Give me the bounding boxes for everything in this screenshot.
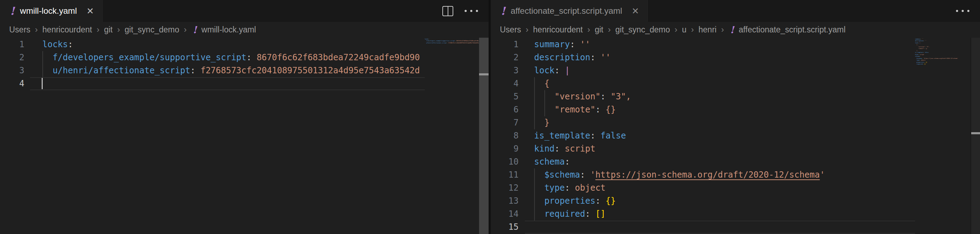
code-token: f2768573cfc204108975501312a4d95e7543a635… (200, 66, 420, 76)
code-token: : (590, 52, 595, 62)
code-token (534, 196, 544, 206)
code-line[interactable]: schema: (534, 155, 570, 168)
breadcrumb-item[interactable]: henri (698, 25, 717, 35)
code-editor-left[interactable]: 1locks:2 f/developers_example/supportive… (0, 37, 488, 234)
code-token (196, 66, 200, 76)
line-number: 4 (0, 77, 24, 90)
code-token: ' (820, 170, 825, 180)
code-token: required (544, 209, 585, 219)
code-token: object (570, 183, 605, 193)
tab-bar-right: ! affectionate_script.script.yaml ✕ (491, 0, 980, 22)
code-token: f/developers_example/supportive_script (52, 52, 247, 62)
code-line-row: 1locks: (0, 38, 488, 51)
code-line-row: 4 { (491, 77, 980, 90)
editor-group-left: ! wmill-lock.yaml ✕ Users › henricourden… (0, 0, 488, 234)
code-token (534, 209, 544, 219)
line-number: 12 (491, 182, 519, 194)
code-line[interactable]: is_template: false (534, 129, 626, 142)
code-line[interactable]: } (534, 116, 549, 129)
code-line[interactable]: lock: | (534, 64, 570, 77)
minimap[interactable]: summary: ''description: ''lock: | { "ver… (915, 38, 969, 234)
code-line[interactable]: f/developers_example/supportive_script: … (42, 51, 420, 64)
yaml-warning-icon: ! (501, 6, 506, 17)
breadcrumb-item[interactable]: git (595, 25, 603, 35)
breadcrumb-item[interactable]: git (104, 25, 113, 35)
indent-guide (534, 182, 535, 194)
code-editor-right[interactable]: 1summary: ''2description: ''3lock: |4 {5… (491, 37, 980, 234)
code-line[interactable]: description: '' (534, 51, 611, 64)
tab-bar-actions-right (956, 0, 980, 22)
code-token: $schema (544, 170, 580, 180)
split-editor-icon[interactable] (442, 6, 453, 16)
code-token: ' (590, 170, 595, 180)
code-token: "remote" (534, 105, 595, 115)
code-line[interactable]: $schema: 'https://json-schema.org/draft/… (534, 168, 825, 182)
overview-cursor-mark (971, 132, 980, 134)
code-token: [] (595, 209, 605, 219)
breadcrumb-item[interactable]: henricourdent (533, 25, 583, 35)
code-line[interactable]: kind: script (534, 142, 595, 155)
code-token: : (555, 66, 560, 76)
chevron-right-icon: › (184, 25, 187, 35)
line-number: 2 (0, 51, 24, 64)
code-line-row: 8is_template: false (491, 129, 980, 142)
code-token: '' (595, 52, 610, 62)
code-line[interactable]: locks: (42, 38, 73, 51)
breadcrumb-file[interactable]: affectionate_script.script.yaml (739, 25, 846, 35)
tab-wmill-lock[interactable]: ! wmill-lock.yaml ✕ (0, 0, 103, 22)
code-line-row: 11 $schema: 'https://json-schema.org/dra… (491, 168, 980, 182)
code-line[interactable]: required: [] (534, 207, 605, 221)
more-actions-icon[interactable] (956, 10, 969, 12)
breadcrumb-item[interactable]: Users (500, 25, 521, 35)
tab-affectionate-script[interactable]: ! affectionate_script.script.yaml ✕ (491, 0, 648, 22)
code-token: : (590, 131, 595, 141)
breadcrumb-file[interactable]: wmill-lock.yaml (202, 25, 256, 35)
tab-label: affectionate_script.script.yaml (511, 6, 622, 16)
code-token: locks (42, 40, 68, 49)
code-line[interactable]: type: object (534, 182, 605, 194)
code-token (534, 79, 544, 89)
code-line-row: 2description: '' (491, 51, 980, 64)
minimap-content: locks: f/developers_example/supportive_s… (425, 38, 479, 46)
indent-guide (534, 103, 535, 116)
code-line[interactable]: { (534, 77, 549, 90)
code-token (560, 66, 565, 76)
chevron-right-icon: › (117, 25, 120, 35)
code-line[interactable]: "version": "3", (534, 90, 631, 103)
code-line[interactable]: properties: {} (534, 194, 616, 207)
code-token: script (560, 144, 595, 153)
code-line-row: 13 properties: {} (491, 194, 980, 207)
line-number: 1 (0, 38, 24, 51)
more-actions-icon[interactable] (465, 10, 478, 12)
code-token: : (580, 170, 585, 180)
vertical-scrollbar[interactable] (479, 38, 488, 234)
breadcrumb-item[interactable]: git_sync_demo (125, 25, 179, 35)
code-line[interactable]: "remote": {} (534, 103, 616, 116)
breadcrumb-item[interactable]: git_sync_demo (615, 25, 670, 35)
code-line-row: 15 (491, 221, 980, 234)
breadcrumb-item[interactable]: henricourdent (42, 25, 92, 35)
code-token: false (600, 131, 626, 141)
text-cursor (41, 78, 43, 89)
code-rows: 1summary: ''2description: ''3lock: |4 {5… (491, 37, 980, 234)
close-tab-icon[interactable]: ✕ (86, 6, 94, 16)
code-line[interactable]: u/henri/affectionate_script: f2768573cfc… (42, 64, 420, 77)
vertical-scrollbar[interactable] (970, 38, 980, 234)
line-number: 10 (491, 155, 519, 168)
minimap[interactable]: locks: f/developers_example/supportive_s… (425, 38, 479, 234)
link-token[interactable]: https://json-schema.org/draft/2020-12/sc… (595, 170, 820, 180)
code-token: {} (605, 196, 616, 206)
editor-group-right: ! affectionate_script.script.yaml ✕ User… (491, 0, 980, 234)
code-token: u/henri/affectionate_script (52, 66, 190, 76)
code-line[interactable]: summary: '' (534, 38, 590, 51)
tab-bar-actions-left (442, 0, 488, 22)
line-number: 9 (491, 142, 519, 155)
close-tab-icon[interactable]: ✕ (632, 6, 639, 16)
chevron-right-icon: › (97, 25, 100, 35)
code-token: 8670f6c62f683bdea72249cadfe9bd90 (257, 52, 420, 62)
breadcrumb-item[interactable]: Users (9, 25, 30, 35)
indent-guide (544, 90, 545, 103)
code-token (251, 52, 256, 62)
code-token: properties (544, 196, 595, 206)
breadcrumb-item[interactable]: u (682, 25, 687, 35)
